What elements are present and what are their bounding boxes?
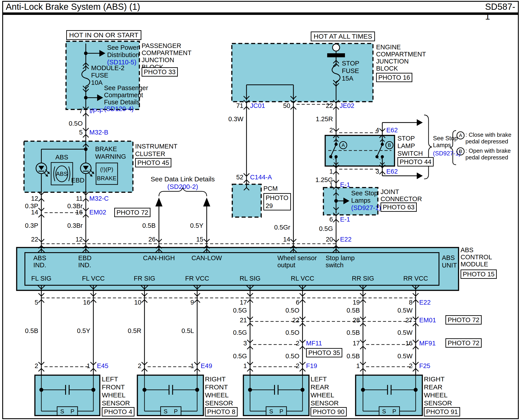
photo-90-ref: PHOTO 90 — [311, 407, 347, 416]
rl-wire-gauge-sig-2: 0.5G — [233, 329, 247, 336]
right-rear-wheel-sensor-label: RIGHT REAR WHEEL SENSOR — [424, 375, 452, 407]
connector-je02: JE02 — [340, 102, 354, 109]
module-pin-14: 14 — [283, 236, 290, 243]
module-out-rr-vcc: RR VCC — [403, 275, 428, 282]
module-in-wheel-sensor-output: Wheel sensor output — [277, 255, 317, 269]
rl-wire-gauge-vcc-1: 0.5O — [285, 307, 299, 314]
fr-pin-2: 2 — [138, 362, 141, 370]
photo-72-ref-em02: PHOTO 72 — [114, 208, 150, 217]
photo-72-ref-em01: PHOTO 72 — [445, 315, 482, 324]
fr-wire-gauge-vcc: 0.5L — [182, 327, 194, 335]
data-link-ref: (SD200-2) — [167, 183, 198, 190]
module-out-fr-sig: FR SIG — [134, 275, 155, 282]
left-front-wheel-sensor-label: LEFT FRONT WHEEL SENSOR — [102, 375, 130, 407]
pin-71: 71 — [236, 102, 243, 109]
module-out-rl-vcc: RL VCC — [291, 275, 314, 282]
photo-33-ref: PHOTO 33 — [142, 67, 178, 77]
wire-gauge-125r: 1.25R — [316, 115, 333, 123]
power-terminal-icon — [333, 44, 340, 51]
see-passenger-fuse-label: See Passenger Compartment Fuse Details — [104, 84, 148, 106]
connector-em01: EM01 — [419, 316, 436, 324]
pin-1-e1: 1 — [329, 181, 333, 188]
connector-e22-top: E22 — [340, 236, 352, 243]
stop-lamps-brace — [424, 115, 432, 179]
connector-mf11: MF11 — [306, 340, 322, 347]
wire-gauge-03br-2: 0.3Br — [67, 222, 83, 229]
rl-pin-22: 22 — [292, 316, 299, 324]
rl-wire-gauge-sig-3: 0.5G — [233, 352, 247, 360]
wire-gauge-05y-can: 0.5Y — [190, 222, 203, 229]
left-rear-wheel-sensor-label: LEFT REAR WHEEL SENSOR — [311, 375, 339, 407]
rl-s-terminal: S — [269, 408, 273, 415]
rl-pin-3: 3 — [243, 340, 247, 347]
rr-wire-gauge-vcc-2: 0.5W — [397, 329, 412, 336]
switch-pin-2: 2 — [329, 127, 333, 134]
connector-e1-top: E-1 — [340, 181, 350, 188]
connector-f25: F25 — [419, 362, 430, 370]
connector-mf91: MF91 — [419, 340, 436, 347]
switch-contact-b-icon: B — [385, 141, 393, 149]
legend-a-text: : Close with brake pedal depressed — [466, 131, 512, 145]
bus-bar-icon — [327, 53, 345, 57]
fl-s-terminal: S — [60, 408, 64, 415]
see-power-distribution-label: See Power Distribution — [107, 44, 139, 59]
module-pin-12: 12 — [76, 236, 83, 243]
rr-s-terminal: S — [382, 408, 386, 415]
right-front-wheel-sensor-label: RIGHT FRONT WHEEL SENSOR — [205, 375, 233, 407]
rl-pin-2: 2 — [296, 340, 299, 347]
rr-pin-2: 2 — [409, 362, 412, 370]
photo-15-ref: PHOTO 15 — [460, 270, 497, 279]
joint-see-stop-ref: (SD927-1) — [351, 204, 381, 211]
legend-a-icon: A — [457, 131, 465, 139]
stop-fuse-label: STOP FUSE 15A — [342, 60, 359, 82]
switch-pin-3: 3 — [376, 168, 379, 175]
connector-e1-bottom: E-1 — [340, 216, 350, 223]
photo-91-ref: PHOTO 91 — [424, 407, 460, 416]
rr-wire-gauge-sig-2: 0.5B — [347, 329, 360, 336]
photo-8-ref: PHOTO 8 — [205, 407, 238, 416]
left-front-wheel-sensor-box — [35, 375, 100, 416]
module-pin-20: 20 — [326, 236, 333, 243]
rl-wire-gauge-sig-1: 0.5G — [233, 307, 247, 314]
connector-m32c: M32-C — [89, 195, 109, 202]
photo-63-ref: PHOTO 63 — [381, 202, 417, 212]
module-out-fl-vcc: FL VCC — [82, 275, 105, 282]
rr-pin-16: 16 — [405, 340, 412, 347]
brake-warning-label: BRAKE WARNING — [95, 145, 126, 160]
wire-gauge-05g: 0.5G — [319, 225, 333, 232]
connector-em02: EM02 — [89, 209, 106, 216]
module-out-rl-sig: RL SIG — [240, 275, 261, 282]
connector-f19: F19 — [306, 362, 317, 370]
module-pin-9: 9 — [190, 299, 194, 306]
wire-gauge-03p-2: 0.3P — [25, 222, 38, 229]
fl-pin-1: 1 — [87, 362, 90, 370]
page-code: SD587-1 — [485, 2, 515, 21]
fl-wire-gauge-sig: 0.5B — [25, 327, 38, 335]
pin-5: 5 — [79, 129, 83, 136]
connector-e62-bottom: E62 — [386, 168, 398, 175]
wire-gauge-03w: 0.3W — [228, 115, 243, 123]
wiring-diagram-page: Anti-Lock Brake System (ABS) (1) SD587-1… — [0, 0, 521, 420]
pin-50: 50 — [283, 102, 290, 109]
rl-pin-2-f19: 2 — [296, 362, 299, 370]
pcm-label: PCM — [263, 185, 278, 192]
abs-unit-label: ABS UNIT — [442, 254, 457, 269]
data-link-label: See Data Link Details — [151, 175, 215, 183]
module-in-abs-ind: ABS IND. — [33, 255, 46, 269]
rr-wire-gauge-sig-1: 0.5B — [347, 307, 360, 314]
module-in-can-low: CAN-LOW — [192, 255, 222, 262]
photo-72-ref-mf91: PHOTO 72 — [445, 338, 482, 348]
rr-pin-28: 28 — [353, 316, 360, 324]
abs-control-module-box — [17, 248, 459, 290]
module-in-stop-lamp-switch: Stop lamp switch — [326, 255, 355, 269]
connector-e62-top: E62 — [386, 127, 398, 134]
joint-connector-label: JOINT CONNECTOR — [381, 188, 422, 202]
instrument-cluster-label: INSTRUMENT CLUSTER — [135, 142, 177, 158]
photo-35-ref: PHOTO 35 — [306, 348, 342, 357]
photo-45-ref: PHOTO 45 — [135, 158, 171, 167]
rl-pin-21: 21 — [240, 316, 247, 324]
banner-hot-in-on-or-start: HOT IN ON OR START — [66, 30, 141, 40]
rr-wire-gauge-sig-3: 0.5B — [347, 352, 360, 360]
photo-44-ref: PHOTO 44 — [397, 157, 434, 166]
pin-14-em02: 14 — [31, 209, 38, 216]
